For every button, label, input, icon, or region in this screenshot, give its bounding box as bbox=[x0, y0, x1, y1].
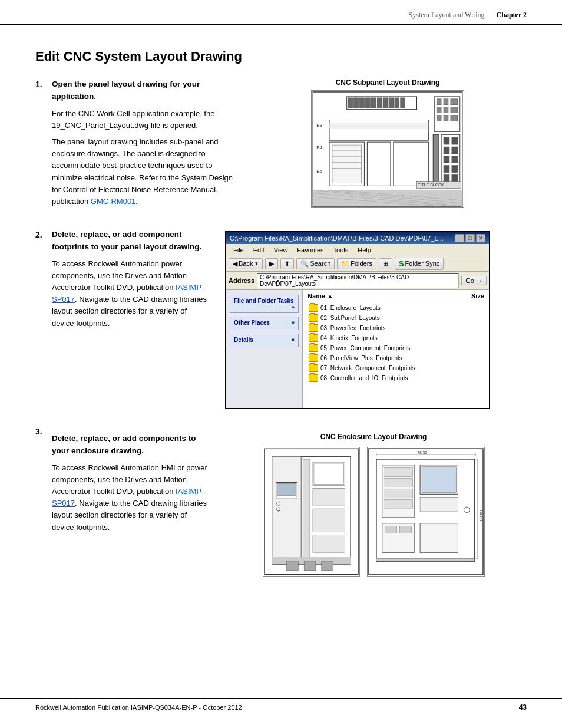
go-button[interactable]: Go → bbox=[461, 276, 487, 285]
svg-rect-94 bbox=[399, 526, 411, 533]
win-sidebar: File and Folder Tasks » Other Places » bbox=[226, 290, 303, 408]
win-close-btn[interactable]: ✕ bbox=[476, 234, 485, 242]
svg-text:E4: E4 bbox=[316, 145, 322, 150]
win-body: File and Folder Tasks » Other Places » bbox=[226, 290, 489, 408]
file-item-5[interactable]: 06_PanelView_Plus_Footprints bbox=[308, 354, 484, 363]
file-name-3: 04_Kinetix_Footprints bbox=[320, 335, 378, 341]
folders-icon: 📁 bbox=[341, 260, 349, 268]
svg-text:E5: E5 bbox=[316, 169, 322, 174]
step-2-main: Delete, replace, or add component footpr… bbox=[52, 229, 211, 253]
step-3-images: CNC Enclosure Layout Drawing bbox=[220, 433, 527, 577]
svg-rect-22 bbox=[437, 107, 441, 113]
step-3-content: Delete, replace, or add components to yo… bbox=[52, 426, 527, 577]
svg-rect-48 bbox=[444, 156, 449, 163]
win-folder-sync-btn[interactable]: S Folder Sync bbox=[395, 258, 444, 270]
svg-rect-44 bbox=[444, 137, 449, 144]
win-maximize-btn[interactable]: □ bbox=[465, 234, 475, 242]
win-sidebar-other-places[interactable]: Other Places » bbox=[230, 317, 299, 330]
svg-rect-90 bbox=[384, 499, 412, 508]
win-menu-file[interactable]: File bbox=[229, 245, 249, 255]
win-minimize-btn[interactable]: _ bbox=[455, 234, 464, 242]
step-1-content: Open the panel layout drawing for your a… bbox=[52, 78, 527, 212]
folder-sync-label: Folder Sync bbox=[405, 260, 440, 267]
cad-subpanel-drawing: E3 E4 E5 bbox=[311, 90, 464, 208]
step-1-image-area: CNC Subpanel Layout Drawing bbox=[249, 78, 527, 208]
iasimp-sp017-link-2[interactable]: IASIMP-SP017 bbox=[52, 487, 204, 508]
file-item-2[interactable]: 03_Powerflex_Footprints bbox=[308, 324, 484, 332]
file-item-4[interactable]: 05_Power_Component_Footprints bbox=[308, 344, 484, 353]
win-up-btn[interactable]: ⬆ bbox=[280, 258, 294, 269]
step-1-text: Open the panel layout drawing for your a… bbox=[52, 78, 234, 212]
svg-rect-87 bbox=[384, 468, 412, 477]
svg-rect-10 bbox=[359, 98, 364, 108]
step-3: 3. Delete, replace, or add components to… bbox=[35, 426, 527, 577]
iasimp-sp017-link-1[interactable]: IASIMP-SP017 bbox=[52, 283, 204, 304]
svg-rect-50 bbox=[444, 166, 449, 173]
step-1-main-strong: Open the panel layout drawing for your a… bbox=[52, 80, 200, 101]
step-2-main-strong: Delete, replace, or add component footpr… bbox=[52, 230, 201, 251]
svg-rect-14 bbox=[383, 98, 388, 108]
file-item-3[interactable]: 04_Kinetix_Footprints bbox=[308, 334, 484, 342]
svg-rect-68 bbox=[312, 535, 344, 552]
win-menu-edit[interactable]: Edit bbox=[249, 245, 269, 255]
step-2: 2. Delete, replace, or add component foo… bbox=[35, 229, 527, 409]
step-1-main-text: Open the panel layout drawing for your a… bbox=[52, 78, 234, 103]
file-name-0: 01_Enclosure_Layouts bbox=[320, 305, 381, 311]
svg-rect-93 bbox=[385, 526, 396, 533]
svg-rect-8 bbox=[348, 98, 353, 108]
svg-rect-47 bbox=[452, 147, 458, 154]
file-tasks-chevron: » bbox=[292, 304, 295, 310]
figure-caption-subpanel: CNC Subpanel Layout Drawing bbox=[336, 78, 440, 87]
svg-text:78.52: 78.52 bbox=[417, 450, 427, 454]
file-item-6[interactable]: 07_Network_Component_Footprints bbox=[308, 364, 484, 373]
win-menu-help[interactable]: Help bbox=[353, 245, 376, 255]
win-main-pane: Name ▲ Size 01_Enclosure_Layouts bbox=[303, 290, 489, 408]
cad-enclosure-right-svg: 78.52 84.00 bbox=[368, 447, 484, 576]
win-sidebar-file-title: File and Folder Tasks » bbox=[234, 298, 295, 304]
file-name-2: 03_Powerflex_Footprints bbox=[320, 325, 386, 331]
search-icon: 🔍 bbox=[300, 260, 309, 268]
step-2-inner: Delete, replace, or add component footpr… bbox=[52, 229, 527, 409]
header-chapter: Chapter 2 bbox=[497, 11, 527, 19]
page: System Layout and Wiring Chapter 2 Edit … bbox=[0, 0, 562, 728]
win-folders-btn[interactable]: 📁 Folders bbox=[337, 258, 376, 269]
svg-text:84.00: 84.00 bbox=[479, 510, 483, 521]
win-back-btn[interactable]: ◀ Back ▼ bbox=[229, 258, 263, 269]
win-col-header: Name ▲ Size bbox=[308, 292, 484, 301]
address-input[interactable]: C:\Program Files\RA_Simplification\DMAT\… bbox=[257, 273, 459, 288]
svg-rect-16 bbox=[395, 98, 399, 108]
file-item-7[interactable]: 08_Controller_and_IO_Footprints bbox=[308, 374, 484, 383]
svg-point-62 bbox=[276, 508, 280, 511]
win-forward-btn[interactable]: ▶ bbox=[265, 258, 278, 269]
file-name-1: 02_SubPanel_Layouts bbox=[320, 315, 380, 321]
svg-rect-9 bbox=[354, 98, 359, 108]
svg-rect-40 bbox=[367, 142, 391, 186]
svg-rect-23 bbox=[444, 107, 448, 113]
win-search-btn[interactable]: 🔍 Search bbox=[296, 258, 335, 269]
page-title: Edit CNC System Layout Drawing bbox=[35, 49, 527, 64]
svg-rect-60 bbox=[277, 484, 296, 496]
svg-rect-15 bbox=[389, 98, 394, 108]
svg-rect-46 bbox=[444, 147, 449, 154]
svg-rect-11 bbox=[365, 98, 370, 108]
svg-rect-63 bbox=[303, 459, 310, 561]
win-views-btn[interactable]: ⊞ bbox=[379, 258, 392, 269]
win-menu-tools[interactable]: Tools bbox=[329, 245, 353, 255]
gmc-rm001-link[interactable]: GMC-RM001 bbox=[91, 197, 136, 206]
step-3-sub: To access Rockwell Automation HMI or pow… bbox=[52, 462, 211, 533]
svg-rect-66 bbox=[312, 488, 344, 506]
folders-label: Folders bbox=[351, 260, 372, 267]
step-3-inner: Delete, replace, or add components to yo… bbox=[52, 433, 527, 577]
folder-icon-2 bbox=[309, 324, 318, 332]
cad-subpanel-svg: E3 E4 E5 bbox=[312, 91, 464, 207]
win-menu-favorites[interactable]: Favorites bbox=[292, 245, 328, 255]
file-item-0[interactable]: 01_Enclosure_Layouts bbox=[308, 304, 484, 312]
file-item-1[interactable]: 02_SubPanel_Layouts bbox=[308, 314, 484, 322]
win-menu-view[interactable]: View bbox=[269, 245, 293, 255]
win-sidebar-file-tasks[interactable]: File and Folder Tasks » bbox=[230, 295, 299, 313]
page-footer: Rockwell Automation Publication IASIMP-Q… bbox=[0, 698, 562, 716]
win-sidebar-details[interactable]: Details » bbox=[230, 334, 299, 347]
step-2-content: Delete, replace, or add component footpr… bbox=[52, 229, 527, 409]
folder-icon-1 bbox=[309, 314, 318, 322]
step-1-number: 1. bbox=[35, 78, 52, 212]
